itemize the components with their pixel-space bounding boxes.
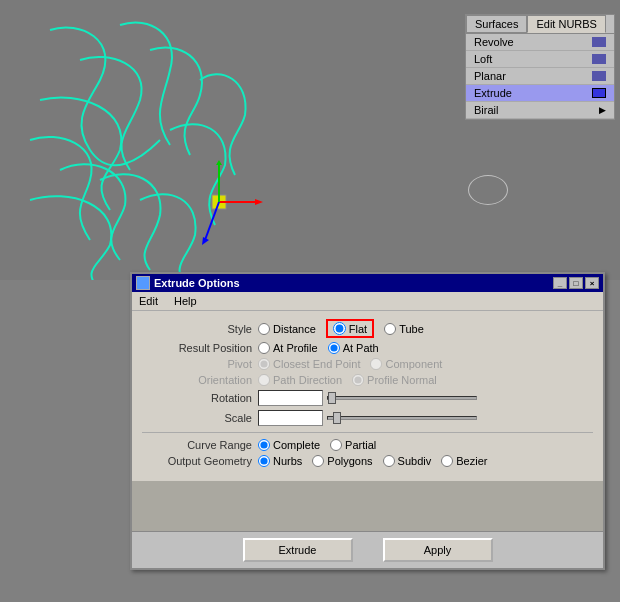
orientation-path-radio[interactable]	[258, 374, 270, 386]
output-nurbs-option[interactable]: Nurbs	[258, 455, 302, 467]
menu-item-extrude[interactable]: Extrude	[466, 85, 614, 102]
revolve-icon	[592, 37, 606, 47]
separator-1	[142, 432, 593, 433]
orientation-label: Orientation	[142, 374, 252, 386]
orientation-row: Orientation Path Direction Profile Norma…	[142, 374, 593, 386]
pivot-component-option[interactable]: Component	[370, 358, 442, 370]
result-position-row: Result Position At Profile At Path	[142, 342, 593, 354]
menu-item-birail[interactable]: Birail ▶	[466, 102, 614, 119]
planar-icon	[592, 71, 606, 81]
dialog-menubar: Edit Help	[132, 292, 603, 311]
pivot-closest-option[interactable]: Closest End Point	[258, 358, 360, 370]
extrude-dialog: Extrude Options _ □ × Edit Help Style Di…	[130, 272, 605, 570]
style-tube-radio[interactable]	[384, 323, 396, 335]
rotation-label: Rotation	[142, 392, 252, 404]
pivot-row: Pivot Closest End Point Component	[142, 358, 593, 370]
viewport: Surfaces Edit NURBS Revolve Loft Planar …	[0, 0, 620, 280]
scale-input[interactable]: 1.0000	[258, 410, 323, 426]
style-flat-button[interactable]: Flat	[326, 319, 374, 338]
output-subdiv-option[interactable]: Subdiv	[383, 455, 432, 467]
dialog-icon	[136, 276, 150, 290]
pivot-label: Pivot	[142, 358, 252, 370]
scale-label: Scale	[142, 412, 252, 424]
orientation-profile-option[interactable]: Profile Normal	[352, 374, 437, 386]
menu-item-revolve[interactable]: Revolve	[466, 34, 614, 51]
apply-button[interactable]: Apply	[383, 538, 493, 562]
minimize-button[interactable]: _	[553, 277, 567, 289]
output-polygons-option[interactable]: Polygons	[312, 455, 372, 467]
curve-range-row: Curve Range Complete Partial	[142, 439, 593, 451]
dialog-titlebar: Extrude Options _ □ ×	[132, 274, 603, 292]
result-at-path-option[interactable]: At Path	[328, 342, 379, 354]
output-bezier-radio[interactable]	[441, 455, 453, 467]
svg-marker-4	[216, 160, 222, 165]
pivot-closest-radio[interactable]	[258, 358, 270, 370]
menu-item-loft[interactable]: Loft	[466, 51, 614, 68]
pivot-component-radio[interactable]	[370, 358, 382, 370]
style-label: Style	[142, 323, 252, 335]
surfaces-panel: Surfaces Edit NURBS Revolve Loft Planar …	[465, 14, 615, 120]
curve-range-partial-radio[interactable]	[330, 439, 342, 451]
output-geometry-label: Output Geometry	[142, 455, 252, 467]
rotation-row: Rotation 0.0000	[142, 390, 593, 406]
style-tube-option[interactable]: Tube	[384, 323, 424, 335]
result-at-path-radio[interactable]	[328, 342, 340, 354]
svg-marker-2	[255, 199, 263, 205]
menu-edit[interactable]: Edit	[136, 294, 161, 308]
maximize-button[interactable]: □	[569, 277, 583, 289]
tab-edit-nurbs[interactable]: Edit NURBS	[527, 15, 606, 33]
output-geometry-row: Output Geometry Nurbs Polygons Subdiv Be…	[142, 455, 593, 467]
extrude-icon	[592, 88, 606, 98]
curve-range-complete-option[interactable]: Complete	[258, 439, 320, 451]
orientation-path-option[interactable]: Path Direction	[258, 374, 342, 386]
curve-range-label: Curve Range	[142, 439, 252, 451]
close-button[interactable]: ×	[585, 277, 599, 289]
birail-arrow-icon: ▶	[599, 105, 606, 115]
style-distance-radio[interactable]	[258, 323, 270, 335]
tab-surfaces[interactable]: Surfaces	[466, 15, 527, 33]
dialog-footer: Extrude Apply	[132, 531, 603, 568]
menu-item-planar[interactable]: Planar	[466, 68, 614, 85]
dialog-title: Extrude Options	[154, 277, 240, 289]
rotation-input[interactable]: 0.0000	[258, 390, 323, 406]
extrude-button[interactable]: Extrude	[243, 538, 353, 562]
output-polygons-radio[interactable]	[312, 455, 324, 467]
result-at-profile-option[interactable]: At Profile	[258, 342, 318, 354]
scale-slider[interactable]	[327, 416, 477, 420]
loft-icon	[592, 54, 606, 64]
menu-help[interactable]: Help	[171, 294, 200, 308]
result-position-label: Result Position	[142, 342, 252, 354]
style-distance-option[interactable]: Distance	[258, 323, 316, 335]
style-flat-radio[interactable]	[333, 322, 346, 335]
transform-gizmo	[185, 160, 265, 250]
circle-outline	[468, 175, 508, 205]
rotation-slider[interactable]	[327, 396, 477, 400]
dialog-content: Style Distance Flat Tube Result Position	[132, 311, 603, 479]
curve-range-complete-radio[interactable]	[258, 439, 270, 451]
curve-range-partial-option[interactable]: Partial	[330, 439, 376, 451]
output-subdiv-radio[interactable]	[383, 455, 395, 467]
output-bezier-option[interactable]: Bezier	[441, 455, 487, 467]
output-nurbs-radio[interactable]	[258, 455, 270, 467]
orientation-profile-radio[interactable]	[352, 374, 364, 386]
result-at-profile-radio[interactable]	[258, 342, 270, 354]
scale-row: Scale 1.0000	[142, 410, 593, 426]
style-row: Style Distance Flat Tube	[142, 319, 593, 338]
gray-section	[132, 481, 603, 531]
